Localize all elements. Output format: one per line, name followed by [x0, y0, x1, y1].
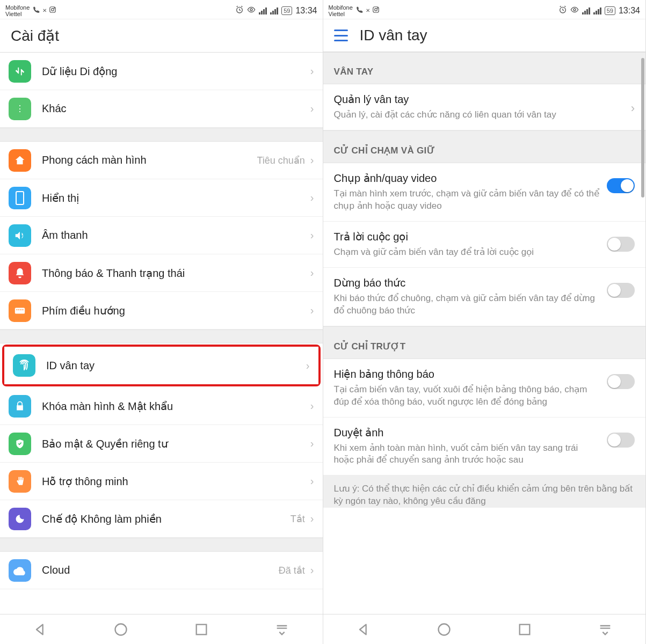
hand-icon: [9, 470, 31, 493]
row-notif-panel[interactable]: Hiện bảng thông báo Tại cảm biến vân tay…: [323, 359, 646, 418]
nav-recent-button[interactable]: [517, 622, 532, 637]
keyboard-icon: [9, 299, 31, 322]
instagram-icon: [49, 6, 56, 15]
row-label: Âm thanh: [42, 229, 310, 241]
carrier-info: Mobifone Viettel: [5, 4, 30, 17]
row-cloud[interactable]: Cloud Đã tắt ›: [0, 552, 323, 589]
row-lock[interactable]: Khóa màn hình & Mật khẩu ›: [0, 387, 323, 425]
row-camera-gesture[interactable]: Chụp ảnh/quay video Tại màn hình xem trư…: [323, 163, 646, 222]
chevron-right-icon: ›: [310, 475, 314, 487]
battery-icon: 59: [605, 6, 615, 15]
battery-icon: 59: [281, 6, 292, 15]
phone-icon: [33, 6, 40, 15]
nav-back-button[interactable]: [33, 622, 48, 637]
fingerprint-icon: [13, 354, 35, 377]
row-dnd[interactable]: Chế độ Không làm phiền Tắt ›: [0, 500, 323, 538]
row-label: Thông báo & Thanh trạng thái: [42, 267, 310, 280]
toggle-notifpanel[interactable]: [607, 374, 635, 389]
item-title: Trả lời cuộc gọi: [334, 230, 601, 243]
nav-recent-button[interactable]: [194, 622, 209, 637]
settings-list[interactable]: Dữ liệu Di động › ⋮ Khác › Phong cách mà…: [0, 53, 323, 614]
section-header-swipe: CỬ CHỈ TRƯỢT: [323, 326, 646, 359]
section-header-touchhold: CỬ CHỈ CHẠM VÀ GIỮ: [323, 130, 646, 163]
item-desc: Tại cảm biến vân tay, vuốt xuôi để hiện …: [334, 384, 601, 408]
row-label: Phong cách màn hình: [42, 154, 257, 166]
svg-point-18: [438, 624, 449, 635]
toggle-answer[interactable]: [607, 237, 635, 252]
chevron-right-icon: ›: [310, 400, 314, 412]
nav-dropdown-button[interactable]: [598, 622, 613, 637]
row-notifications[interactable]: Thông báo & Thanh trạng thái ›: [0, 254, 323, 292]
nav-home-button[interactable]: [437, 622, 452, 637]
highlight-fingerprint: ID vân tay ›: [2, 345, 321, 386]
row-other[interactable]: ⋮ Khác ›: [0, 90, 323, 128]
toggle-browse[interactable]: [607, 433, 635, 448]
nav-back-button[interactable]: [356, 622, 371, 637]
signal-1-icon: [259, 7, 267, 14]
status-bar: Mobifone Viettel ✕ 59 13:34: [0, 0, 323, 19]
clock-text: 13:34: [295, 6, 317, 16]
item-title: Chụp ảnh/quay video: [334, 172, 601, 185]
fingerprint-screen: Mobifone Viettel ✕ 59 13:34 ID vân tay V…: [323, 0, 647, 644]
toggle-alarm[interactable]: [607, 283, 635, 298]
bell-icon: [9, 262, 31, 284]
row-label: Cloud: [42, 564, 279, 576]
row-sound[interactable]: Âm thanh ›: [0, 217, 323, 254]
item-desc: Khi xem ảnh toàn màn hình, vuốt cảm biến…: [334, 442, 601, 467]
settings-screen: Mobifone Viettel ✕ 59 13:34 Cài đặt Dữ l…: [0, 0, 323, 644]
row-label: Chế độ Không làm phiền: [42, 513, 291, 525]
section-gap: [0, 538, 323, 552]
scrollbar[interactable]: [641, 58, 644, 197]
cloud-icon: [9, 559, 31, 582]
chevron-right-icon: ›: [306, 360, 310, 372]
svg-rect-19: [519, 624, 529, 634]
item-desc: Khi báo thức đổ chuông, chạm và giữ cảm …: [334, 292, 601, 317]
row-manage-fingerprint[interactable]: Quản lý vân tay Quản lý, cài đặt các chứ…: [323, 84, 646, 130]
svg-point-15: [377, 8, 378, 8]
row-label: Dữ liệu Di động: [42, 65, 310, 78]
item-desc: Chạm và giữ cảm biến vân tay để trả lời …: [334, 246, 601, 259]
row-browse-photos[interactable]: Duyệt ảnh Khi xem ảnh toàn màn hình, vuố…: [323, 418, 646, 476]
chevron-right-icon: ›: [310, 513, 314, 525]
chevron-right-icon: ›: [310, 103, 314, 115]
clock-text: 13:34: [619, 6, 640, 16]
row-smart[interactable]: Hỗ trợ thông minh ›: [0, 463, 323, 500]
eye-icon: [247, 5, 256, 16]
svg-rect-6: [15, 308, 25, 313]
toggle-camera[interactable]: [607, 178, 635, 193]
section-gap: [0, 330, 323, 343]
row-display[interactable]: Hiển thị ›: [0, 179, 323, 217]
row-value: Đã tắt: [279, 565, 305, 576]
row-fingerprint[interactable]: ID vân tay ›: [4, 347, 318, 384]
row-mobile-data[interactable]: Dữ liệu Di động ›: [0, 53, 323, 90]
svg-point-11: [115, 624, 127, 635]
fingerprint-settings[interactable]: VÂN TAY Quản lý vân tay Quản lý, cài đặt…: [323, 52, 646, 614]
alarm-icon: [558, 5, 567, 16]
arrows-icon: [9, 60, 31, 83]
svg-point-17: [574, 9, 576, 11]
row-label: ID vân tay: [46, 360, 306, 372]
phone-icon: [356, 6, 364, 15]
menu-icon[interactable]: [334, 30, 348, 41]
svg-rect-12: [197, 624, 207, 634]
volume-icon: [9, 224, 31, 247]
footer-note: Lưu ý: Có thể thực hiện các cử chỉ điều …: [323, 475, 646, 508]
row-value: Tiêu chuẩn: [257, 155, 304, 166]
svg-rect-9: [20, 309, 21, 310]
carrier-info: Mobifone Viettel: [329, 4, 353, 17]
svg-point-4: [250, 9, 252, 11]
moon-icon: [9, 508, 31, 530]
row-stop-alarm[interactable]: Dừng báo thức Khi báo thức đổ chuông, ch…: [323, 268, 646, 326]
nav-dropdown-button[interactable]: [274, 622, 289, 637]
row-screen-style[interactable]: Phong cách màn hình Tiêu chuẩn ›: [0, 142, 323, 179]
item-desc: Tại màn hình xem trước, chạm và giữ cảm …: [334, 188, 601, 213]
row-label: Phím điều hướng: [42, 304, 310, 317]
nav-home-button[interactable]: [113, 622, 128, 637]
item-title: Duyệt ảnh: [334, 426, 601, 439]
status-bar: Mobifone Viettel ✕ 59 13:34: [323, 0, 646, 19]
row-security[interactable]: Bảo mật & Quyền riêng tư ›: [0, 425, 323, 463]
row-answer-call[interactable]: Trả lời cuộc gọi Chạm và giữ cảm biến vâ…: [323, 222, 646, 268]
svg-point-14: [374, 9, 377, 11]
row-navkeys[interactable]: Phím điều hướng ›: [0, 292, 323, 330]
chevron-right-icon: ›: [310, 437, 314, 450]
